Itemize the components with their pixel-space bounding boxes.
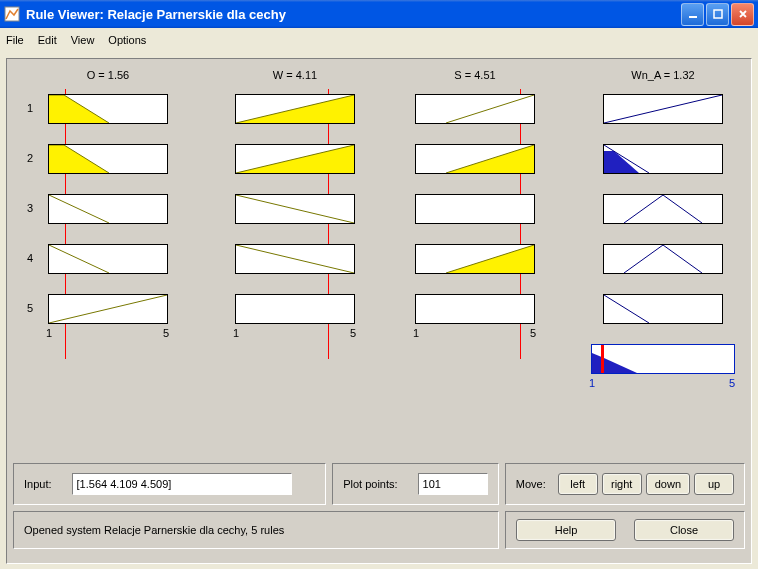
svg-marker-13	[604, 151, 639, 173]
axis-O-max: 5	[163, 327, 169, 339]
col-header-S: S = 4.51	[415, 69, 535, 81]
move-up-button[interactable]: up	[694, 473, 734, 495]
close-button[interactable]: Close	[634, 519, 734, 541]
aggregate-output[interactable]	[591, 344, 735, 374]
mf-W-2[interactable]	[235, 144, 355, 174]
svg-line-15	[236, 195, 354, 223]
plot-points-panel: Plot points:	[332, 463, 499, 505]
axis-O-min: 1	[46, 327, 52, 339]
menu-file[interactable]: File	[6, 34, 24, 46]
mf-out-4[interactable]	[603, 244, 723, 274]
svg-line-21	[604, 295, 649, 323]
mf-out-5[interactable]	[603, 294, 723, 324]
svg-rect-23	[601, 345, 604, 373]
mf-S-2[interactable]	[415, 144, 535, 174]
axis-out-min: 1	[589, 377, 595, 389]
move-panel: Move: left right down up	[505, 463, 745, 505]
mf-W-3[interactable]	[235, 194, 355, 224]
axis-W-min: 1	[233, 327, 239, 339]
content-area: O = 1.56 W = 4.11 S = 4.51 Wn_A = 1.32 1…	[6, 58, 752, 564]
col-header-O: O = 1.56	[48, 69, 168, 81]
axis-S-min: 1	[413, 327, 419, 339]
status-text: Opened system Relacje Parnerskie dla cec…	[24, 524, 284, 536]
mf-S-3[interactable]	[415, 194, 535, 224]
help-button[interactable]: Help	[516, 519, 616, 541]
move-down-button[interactable]: down	[646, 473, 690, 495]
input-panel: Input:	[13, 463, 326, 505]
mf-S-4[interactable]	[415, 244, 535, 274]
title-bar: Rule Viewer: Relacje Parnerskie dla cech…	[0, 0, 758, 28]
plot-points-field[interactable]	[418, 473, 488, 495]
svg-line-7	[604, 95, 722, 123]
svg-line-6	[446, 95, 534, 123]
axis-S-max: 5	[530, 327, 536, 339]
mf-out-3[interactable]	[603, 194, 723, 224]
menu-options[interactable]: Options	[108, 34, 146, 46]
row-label-2: 2	[18, 152, 33, 164]
menu-view[interactable]: View	[71, 34, 95, 46]
col-header-W: W = 4.11	[235, 69, 355, 81]
maximize-button[interactable]	[706, 3, 729, 26]
mf-O-4[interactable]	[48, 244, 168, 274]
svg-line-16	[49, 245, 109, 273]
input-field[interactable]	[72, 473, 292, 495]
minimize-button[interactable]	[681, 3, 704, 26]
move-right-button[interactable]: right	[602, 473, 642, 495]
mf-W-1[interactable]	[235, 94, 355, 124]
row-label-3: 3	[18, 202, 33, 214]
col-header-WnA: Wn_A = 1.32	[603, 69, 723, 81]
plot-points-label: Plot points:	[343, 478, 397, 490]
status-panel: Opened system Relacje Parnerskie dla cec…	[13, 511, 499, 549]
svg-marker-8	[49, 145, 109, 173]
move-label: Move:	[516, 478, 546, 490]
mf-S-5[interactable]	[415, 294, 535, 324]
mf-O-2[interactable]	[48, 144, 168, 174]
row-label-4: 4	[18, 252, 33, 264]
menu-edit[interactable]: Edit	[38, 34, 57, 46]
help-close-panel: Help Close	[505, 511, 745, 549]
mf-W-5[interactable]	[235, 294, 355, 324]
row-label-1: 1	[18, 102, 33, 114]
menu-bar: File Edit View Options	[0, 28, 758, 52]
mf-O-1[interactable]	[48, 94, 168, 124]
window-close-button[interactable]	[731, 3, 754, 26]
svg-rect-1	[689, 16, 697, 18]
mf-O-3[interactable]	[48, 194, 168, 224]
mf-out-1[interactable]	[603, 94, 723, 124]
rule-grid: O = 1.56 W = 4.11 S = 4.51 Wn_A = 1.32 1…	[13, 69, 745, 459]
move-left-button[interactable]: left	[558, 473, 598, 495]
row-label-5: 5	[18, 302, 33, 314]
window-title: Rule Viewer: Relacje Parnerskie dla cech…	[26, 7, 681, 22]
input-label: Input:	[24, 478, 52, 490]
svg-marker-3	[49, 95, 109, 123]
mf-W-4[interactable]	[235, 244, 355, 274]
app-icon	[4, 6, 20, 22]
svg-line-17	[236, 245, 354, 273]
axis-W-max: 5	[350, 327, 356, 339]
axis-out-max: 5	[729, 377, 735, 389]
mf-S-1[interactable]	[415, 94, 535, 124]
mf-O-5[interactable]	[48, 294, 168, 324]
svg-marker-22	[592, 353, 637, 373]
svg-line-20	[49, 295, 167, 323]
mf-out-2[interactable]	[603, 144, 723, 174]
svg-line-14	[49, 195, 109, 223]
svg-rect-2	[714, 10, 722, 18]
